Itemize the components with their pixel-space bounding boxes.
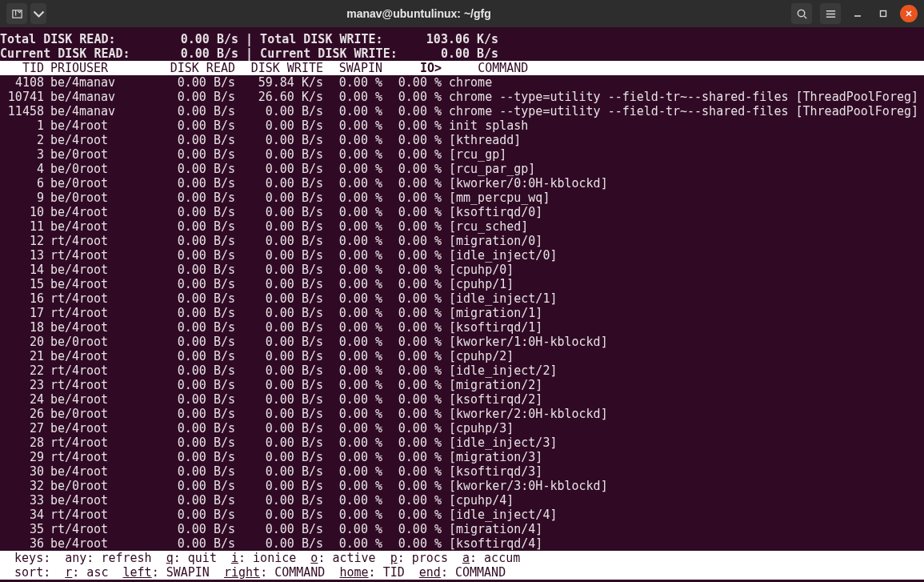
- col-tid[interactable]: TID: [0, 61, 44, 75]
- summary-total: Total DISK READ: 0.00 B/s | Total DISK W…: [0, 32, 924, 46]
- col-prio[interactable]: PRIO: [44, 61, 79, 75]
- col-disk-write[interactable]: DISK WRITE: [235, 61, 323, 75]
- col-swapin[interactable]: SWAPIN: [323, 61, 382, 75]
- chevron-down-icon: [33, 8, 45, 20]
- col-user[interactable]: USER: [79, 61, 136, 75]
- col-disk-read[interactable]: DISK READ: [136, 61, 235, 75]
- process-row[interactable]: 1be/4root0.00 B/s0.00 B/s0.00 %0.00 %ini…: [0, 118, 924, 133]
- process-row[interactable]: 4108be/4manav0.00 B/s59.84 K/s0.00 %0.00…: [0, 75, 924, 90]
- process-row[interactable]: 26be/0root0.00 B/s0.00 B/s0.00 %0.00 %[k…: [0, 407, 924, 421]
- process-row[interactable]: 36be/4root0.00 B/s0.00 B/s0.00 %0.00 %[k…: [0, 536, 924, 551]
- process-row[interactable]: 10be/4root0.00 B/s0.00 B/s0.00 %0.00 %[k…: [0, 205, 924, 219]
- hamburger-icon: [825, 8, 837, 20]
- process-row[interactable]: 34rt/4root0.00 B/s0.00 B/s0.00 %0.00 %[i…: [0, 508, 924, 522]
- minimize-button[interactable]: [849, 5, 866, 22]
- process-row[interactable]: 27be/4root0.00 B/s0.00 B/s0.00 %0.00 %[c…: [0, 421, 924, 435]
- process-row[interactable]: 10741be/4manav0.00 B/s26.60 K/s0.00 %0.0…: [0, 90, 924, 104]
- process-row[interactable]: 11be/4root0.00 B/s0.00 B/s0.00 %0.00 %[r…: [0, 219, 924, 234]
- process-row[interactable]: 29rt/4root0.00 B/s0.00 B/s0.00 %0.00 %[m…: [0, 450, 924, 464]
- search-icon: [796, 8, 808, 20]
- process-row[interactable]: 15be/4root0.00 B/s0.00 B/s0.00 %0.00 %[c…: [0, 277, 924, 291]
- svg-point-1: [798, 10, 804, 16]
- process-row[interactable]: 24be/4root0.00 B/s0.00 B/s0.00 %0.00 %[k…: [0, 392, 924, 407]
- close-icon: [905, 10, 913, 18]
- process-row[interactable]: 20be/0root0.00 B/s0.00 B/s0.00 %0.00 %[k…: [0, 335, 924, 349]
- process-row[interactable]: 18be/4root0.00 B/s0.00 B/s0.00 %0.00 %[k…: [0, 320, 924, 335]
- process-row[interactable]: 32be/0root0.00 B/s0.00 B/s0.00 %0.00 %[k…: [0, 479, 924, 493]
- minimize-icon: [854, 10, 862, 18]
- keybinds-sort: sort: r: asc left: SWAPIN right: COMMAND…: [0, 565, 924, 580]
- process-row[interactable]: 22rt/4root0.00 B/s0.00 B/s0.00 %0.00 %[i…: [0, 363, 924, 378]
- close-button[interactable]: [900, 5, 918, 22]
- summary-current: Current DISK READ: 0.00 B/s | Current DI…: [0, 46, 924, 61]
- process-row[interactable]: 33be/4root0.00 B/s0.00 B/s0.00 %0.00 %[c…: [0, 493, 924, 508]
- process-row[interactable]: 11458be/4manav0.00 B/s0.00 B/s0.00 %0.00…: [0, 104, 924, 118]
- search-button[interactable]: [791, 3, 812, 24]
- tab-dropdown-button[interactable]: [30, 3, 46, 24]
- process-row[interactable]: 13rt/4root0.00 B/s0.00 B/s0.00 %0.00 %[i…: [0, 248, 924, 263]
- maximize-icon: [879, 10, 887, 18]
- menu-button[interactable]: [820, 3, 841, 24]
- process-row[interactable]: 12rt/4root0.00 B/s0.00 B/s0.00 %0.00 %[m…: [0, 234, 924, 248]
- process-row[interactable]: 2be/4root0.00 B/s0.00 B/s0.00 %0.00 %[kt…: [0, 133, 924, 147]
- col-io-sorted[interactable]: IO>: [382, 61, 442, 75]
- new-tab-button[interactable]: [6, 3, 27, 24]
- process-row[interactable]: 35rt/4root0.00 B/s0.00 B/s0.00 %0.00 %[m…: [0, 522, 924, 536]
- svg-rect-2: [881, 11, 886, 17]
- keybinds-keys: keys: any: refresh q: quit i: ionice o: …: [0, 551, 924, 565]
- process-row[interactable]: 3be/0root0.00 B/s0.00 B/s0.00 %0.00 %[rc…: [0, 147, 924, 162]
- process-row[interactable]: 14be/4root0.00 B/s0.00 B/s0.00 %0.00 %[c…: [0, 263, 924, 277]
- maximize-button[interactable]: [874, 5, 892, 22]
- process-row[interactable]: 17rt/4root0.00 B/s0.00 B/s0.00 %0.00 %[m…: [0, 306, 924, 320]
- col-command[interactable]: COMMAND: [442, 61, 924, 75]
- titlebar: manav@ubuntulinux: ~/gfg: [0, 0, 924, 27]
- process-row[interactable]: 6be/0root0.00 B/s0.00 B/s0.00 %0.00 %[kw…: [0, 176, 924, 191]
- process-list: 4108be/4manav0.00 B/s59.84 K/s0.00 %0.00…: [0, 75, 924, 551]
- process-row[interactable]: 30be/4root0.00 B/s0.00 B/s0.00 %0.00 %[k…: [0, 464, 924, 479]
- terminal[interactable]: Total DISK READ: 0.00 B/s | Total DISK W…: [0, 27, 924, 582]
- column-header[interactable]: TID PRIO USER DISK READ DISK WRITE SWAPI…: [0, 61, 924, 75]
- process-row[interactable]: 21be/4root0.00 B/s0.00 B/s0.00 %0.00 %[c…: [0, 349, 924, 363]
- terminal-tab-icon: [11, 8, 23, 20]
- process-row[interactable]: 23rt/4root0.00 B/s0.00 B/s0.00 %0.00 %[m…: [0, 378, 924, 392]
- process-row[interactable]: 16rt/4root0.00 B/s0.00 B/s0.00 %0.00 %[i…: [0, 291, 924, 306]
- process-row[interactable]: 4be/0root0.00 B/s0.00 B/s0.00 %0.00 %[rc…: [0, 162, 924, 176]
- window-title: manav@ubuntulinux: ~/gfg: [46, 7, 791, 20]
- process-row[interactable]: 9be/0root0.00 B/s0.00 B/s0.00 %0.00 %[mm…: [0, 191, 924, 205]
- process-row[interactable]: 28rt/4root0.00 B/s0.00 B/s0.00 %0.00 %[i…: [0, 435, 924, 450]
